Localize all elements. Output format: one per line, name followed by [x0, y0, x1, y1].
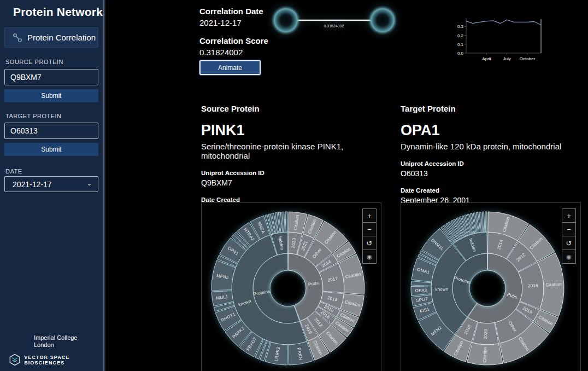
main-content: Correlation Date 2021-12-17 Correlation …	[105, 0, 588, 371]
date-select[interactable]: 2021-12-17 ⌄	[4, 176, 98, 192]
source-sunburst-chart: Pubs.Proteins20202021Other20142017201320…	[202, 203, 381, 371]
target-protein-node[interactable]	[368, 5, 396, 35]
date-select-value: 2021-12-17	[13, 180, 52, 189]
source-zoom-controls: + − ↺ ◉	[362, 209, 377, 264]
nav-label: Protein Correlation	[27, 33, 96, 42]
protein-network-graph: 0.31824002	[271, 0, 396, 43]
sidebar: Protein Network Protein Correlation SOUR…	[0, 0, 105, 371]
sidebar-scrollbar[interactable]	[103, 0, 104, 371]
zoom-in-button[interactable]: +	[362, 208, 377, 223]
source-protein-card: Source Protein PINK1 Serine/threonine-pr…	[201, 104, 390, 214]
source-section-label: Source Protein	[201, 104, 390, 113]
trend-y-tick: 0.3	[457, 24, 464, 29]
trend-x-tick: July	[503, 56, 511, 61]
network-link-icon	[13, 33, 22, 43]
target-uniprot-label: Uniprot Accession ID	[401, 160, 588, 167]
correlation-score-value: 0.31824002	[199, 48, 303, 57]
sunburst-segment-opa3[interactable]	[411, 286, 431, 295]
target-sunburst-card: Pubs.Proteins2014201220162019Other202020…	[401, 202, 581, 371]
target-protein-name: OPA1	[401, 122, 588, 139]
sidebar-footer: Imperial College London VECTOR SPACE BIO…	[0, 334, 105, 369]
target-submit-button[interactable]: Submit	[4, 143, 98, 156]
sunburst-center-glow	[469, 270, 506, 307]
nav-protein-correlation[interactable]: Protein Correlation	[4, 27, 98, 48]
vector-space-hexagon-icon	[9, 353, 21, 367]
zoom-out-button[interactable]: −	[362, 222, 377, 236]
target-protein-input[interactable]	[4, 123, 98, 139]
trend-y-tick: 0.0	[457, 51, 464, 56]
date-label: DATE	[5, 168, 22, 175]
center-view-icon[interactable]: ◉	[362, 250, 377, 264]
source-sunburst-card: Pubs.Proteins20202021Other20142017201320…	[201, 202, 381, 371]
correlation-trend-chart: 0.00.10.20.3AprilJulyOctober	[448, 14, 549, 66]
target-protein-card: Target Protein OPA1 Dynamin-like 120 kDa…	[401, 104, 588, 205]
sunburst-segment-citation[interactable]	[467, 343, 503, 365]
brand-wordmark: VECTOR SPACE BIOSCIENCES	[24, 355, 105, 366]
source-submit-button[interactable]: Submit	[4, 89, 98, 102]
source-protein-node[interactable]	[271, 5, 301, 35]
target-uniprot-id: O60313	[401, 169, 588, 178]
target-section-label: Target Protein	[401, 104, 588, 113]
sunburst-center-glow	[269, 270, 307, 307]
sunburst-segment[interactable]	[285, 212, 287, 232]
source-uniprot-id: Q9BXM7	[201, 178, 390, 187]
animate-button[interactable]: Animate	[199, 60, 261, 75]
source-uniprot-label: Uniprot Accession ID	[201, 170, 390, 176]
source-protein-description: Serine/threonine-protein kinase PINK1, m…	[201, 142, 390, 160]
trend-y-tick: 0.2	[457, 33, 464, 38]
reset-rotation-icon[interactable]: ↺	[362, 236, 377, 250]
target-sunburst-chart: Pubs.Proteins2014201220162019Other202020…	[401, 203, 580, 371]
center-view-icon[interactable]: ◉	[562, 250, 576, 264]
trend-y-tick: 0.1	[457, 42, 464, 47]
zoom-out-button[interactable]: −	[562, 222, 576, 236]
sunburst-segment[interactable]	[485, 212, 487, 232]
target-protein-label: TARGET PROTEIN	[5, 113, 62, 119]
target-zoom-controls: + − ↺ ◉	[562, 209, 576, 264]
source-protein-name: PINK1	[201, 122, 390, 139]
trend-x-tick: October	[520, 56, 536, 61]
chevron-down-icon: ⌄	[86, 179, 92, 187]
trend-x-tick: April	[482, 56, 491, 61]
reset-rotation-icon[interactable]: ↺	[562, 236, 576, 250]
target-date-created-label: Date Created	[401, 187, 588, 194]
imperial-college-logo: Imperial College London	[34, 334, 105, 350]
target-protein-description: Dynamin-like 120 kDa protein, mitochondr…	[401, 142, 588, 151]
zoom-in-button[interactable]: +	[562, 208, 576, 223]
source-protein-label: SOURCE PROTEIN	[5, 59, 63, 65]
app-title: Protein Network	[13, 5, 105, 19]
source-protein-input[interactable]	[4, 69, 98, 85]
edge-weight-label: 0.31824002	[324, 24, 344, 28]
trend-line	[466, 20, 541, 25]
